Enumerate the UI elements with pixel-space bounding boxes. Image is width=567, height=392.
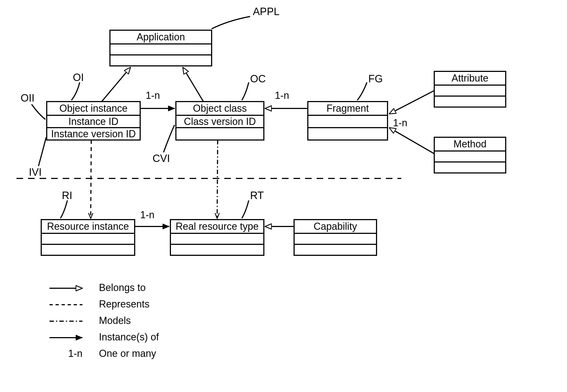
edge-oc-models-rt bbox=[217, 140, 218, 219]
mult-oc-fg: 1-n bbox=[275, 90, 289, 101]
box-real-resource-type-title: Real resource type bbox=[176, 221, 259, 232]
callout-oii-arc bbox=[32, 104, 45, 119]
svg-rect-14 bbox=[434, 96, 506, 107]
legend-belongs-to-label: Belongs to bbox=[99, 282, 146, 293]
callout-oi: OI bbox=[73, 72, 84, 83]
callout-rt-arc bbox=[242, 200, 249, 218]
box-fragment: Fragment bbox=[308, 102, 388, 140]
svg-rect-10 bbox=[308, 115, 388, 128]
box-object-instance-title: Object instance bbox=[59, 103, 128, 114]
svg-rect-19 bbox=[41, 233, 135, 244]
callout-ivi-arc bbox=[38, 137, 46, 166]
callout-fg-arc bbox=[357, 82, 367, 100]
callout-oc-arc bbox=[242, 82, 249, 100]
box-capability: Capability bbox=[294, 220, 377, 255]
box-application-title: Application bbox=[137, 31, 185, 43]
box-real-resource-type: Real resource type bbox=[170, 220, 264, 255]
box-object-class-attr0: Class version ID bbox=[184, 116, 256, 127]
box-object-class-title: Object class bbox=[193, 103, 247, 114]
mult-ri-rt: 1-n bbox=[140, 209, 154, 220]
legend-models-label: Models bbox=[99, 315, 131, 326]
svg-rect-11 bbox=[308, 128, 388, 140]
box-application: Application bbox=[110, 30, 212, 66]
box-method-title: Method bbox=[453, 138, 486, 150]
box-attribute-title: Attribute bbox=[452, 72, 488, 84]
callout-ri-arc bbox=[60, 200, 67, 218]
legend-one-or-many-label: One or many bbox=[99, 348, 156, 359]
callout-oii: OII bbox=[21, 92, 35, 104]
callout-appl: APPL bbox=[253, 6, 280, 17]
legend-represents-label: Represents bbox=[99, 298, 150, 310]
svg-rect-22 bbox=[170, 233, 264, 244]
legend: Belongs to Represents Models Instance(s)… bbox=[49, 282, 159, 359]
callout-fg: FG bbox=[368, 73, 383, 85]
svg-rect-23 bbox=[170, 244, 264, 255]
diagram-canvas: Application Object instance Instance ID … bbox=[0, 0, 567, 392]
callout-oi-arc bbox=[71, 82, 80, 100]
svg-rect-26 bbox=[294, 244, 377, 255]
svg-rect-1 bbox=[110, 44, 212, 55]
callout-appl-arc bbox=[212, 16, 250, 29]
edge-oi-to-appl bbox=[102, 67, 131, 102]
legend-one-or-many-key: 1-n bbox=[68, 348, 82, 359]
mult-oi-oc: 1-n bbox=[146, 90, 160, 101]
callout-ri: RI bbox=[62, 190, 72, 201]
callout-ivi: IVI bbox=[29, 166, 42, 178]
box-object-class: Object class Class version ID bbox=[176, 102, 264, 140]
edge-method-to-fg bbox=[389, 128, 434, 154]
svg-rect-16 bbox=[434, 151, 506, 162]
box-object-instance: Object instance Instance ID Instance ver… bbox=[47, 102, 140, 140]
svg-rect-13 bbox=[434, 85, 506, 96]
box-object-instance-attr1: Instance version ID bbox=[51, 128, 136, 139]
svg-rect-20 bbox=[41, 244, 135, 255]
legend-instances-of-label: Instance(s) of bbox=[99, 331, 159, 343]
box-object-instance-attr0: Instance ID bbox=[68, 116, 118, 127]
box-resource-instance: Resource instance bbox=[41, 220, 135, 255]
mult-fg-attr: 1-n bbox=[393, 117, 407, 128]
box-method: Method bbox=[434, 137, 506, 173]
callout-cvi-arc bbox=[164, 125, 175, 152]
edge-oi-represents-ri bbox=[91, 140, 91, 219]
callout-oc: OC bbox=[250, 73, 266, 85]
box-capability-title: Capability bbox=[314, 221, 357, 232]
box-attribute: Attribute bbox=[434, 71, 506, 107]
edge-oc-to-appl bbox=[183, 67, 203, 102]
box-fragment-title: Fragment bbox=[327, 103, 369, 114]
callout-rt: RT bbox=[250, 190, 264, 201]
svg-rect-25 bbox=[294, 233, 377, 244]
box-resource-instance-title: Resource instance bbox=[47, 221, 129, 232]
svg-rect-8 bbox=[176, 128, 264, 140]
callout-cvi: CVI bbox=[153, 153, 170, 164]
svg-rect-2 bbox=[110, 55, 212, 66]
svg-rect-17 bbox=[434, 162, 506, 173]
edge-attr-to-fg bbox=[389, 91, 434, 114]
